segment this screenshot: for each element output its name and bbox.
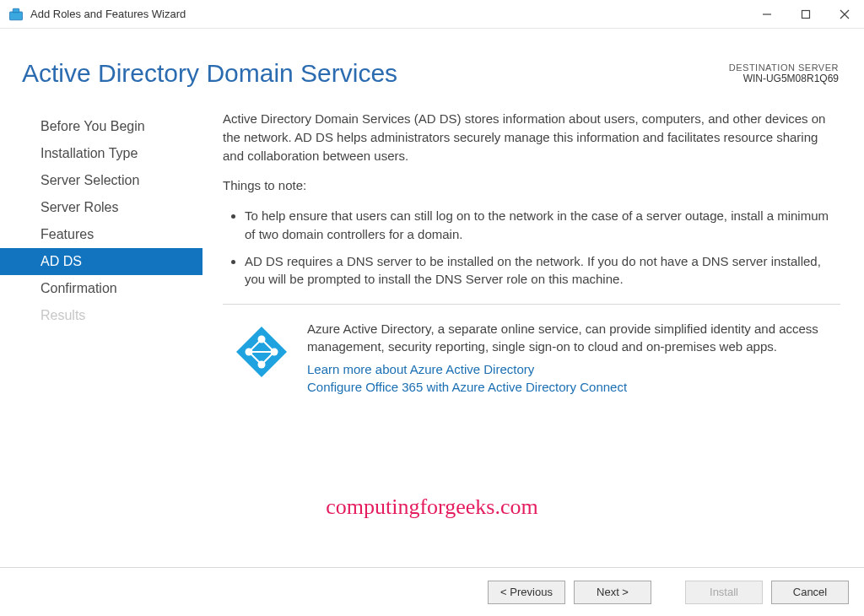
install-button: Install	[685, 581, 763, 604]
note-heading: Things to note:	[223, 176, 840, 195]
destination-label: DESTINATION SERVER	[729, 62, 839, 73]
header: Active Directory Domain Services DESTINA…	[0, 29, 864, 96]
svg-rect-3	[802, 10, 810, 18]
step-confirmation[interactable]: Confirmation	[0, 275, 202, 302]
section-divider	[223, 304, 840, 305]
step-results: Results	[0, 302, 202, 329]
step-before-you-begin[interactable]: Before You Begin	[0, 113, 202, 140]
destination-server: WIN-UG5M08R1Q69	[729, 73, 839, 84]
destination-block: DESTINATION SERVER WIN-UG5M08R1Q69	[729, 59, 839, 84]
cancel-button[interactable]: Cancel	[771, 581, 849, 604]
wizard-body: Before You Begin Installation Type Serve…	[0, 96, 864, 397]
svg-rect-0	[10, 12, 23, 20]
learn-more-azure-link[interactable]: Learn more about Azure Active Directory	[307, 362, 840, 376]
step-installation-type[interactable]: Installation Type	[0, 140, 202, 167]
page-title: Active Directory Domain Services	[22, 59, 397, 88]
step-server-selection[interactable]: Server Selection	[0, 167, 202, 194]
maximize-button[interactable]	[786, 0, 825, 29]
azure-info-row: Azure Active Directory, a separate onlin…	[223, 320, 840, 397]
configure-office365-link[interactable]: Configure Office 365 with Azure Active D…	[307, 380, 840, 394]
note-item: AD DS requires a DNS server to be instal…	[245, 252, 840, 289]
app-icon	[8, 7, 24, 22]
previous-button[interactable]: < Previous	[488, 581, 565, 604]
azure-description: Azure Active Directory, a separate onlin…	[307, 320, 840, 355]
watermark-text: computingforgeeks.com	[0, 494, 864, 520]
titlebar: Add Roles and Features Wizard	[0, 0, 864, 29]
step-server-roles[interactable]: Server Roles	[0, 194, 202, 221]
window-controls	[748, 0, 864, 29]
step-ad-ds[interactable]: AD DS	[0, 248, 202, 275]
svg-rect-1	[13, 8, 19, 13]
close-button[interactable]	[825, 0, 864, 29]
wizard-steps-sidebar: Before You Begin Installation Type Serve…	[0, 110, 202, 397]
minimize-button[interactable]	[748, 0, 786, 29]
note-item: To help ensure that users can still log …	[245, 207, 840, 244]
wizard-footer: < Previous Next > Install Cancel	[0, 567, 864, 616]
intro-paragraph: Active Directory Domain Services (AD DS)…	[223, 110, 840, 165]
step-features[interactable]: Features	[0, 221, 202, 248]
notes-list: To help ensure that users can still log …	[223, 207, 840, 289]
wizard-content: Active Directory Domain Services (AD DS)…	[202, 110, 864, 397]
next-button[interactable]: Next >	[574, 581, 651, 604]
azure-text-block: Azure Active Directory, a separate onlin…	[307, 320, 840, 397]
azure-ad-icon	[235, 325, 289, 379]
window-title: Add Roles and Features Wizard	[30, 8, 748, 20]
